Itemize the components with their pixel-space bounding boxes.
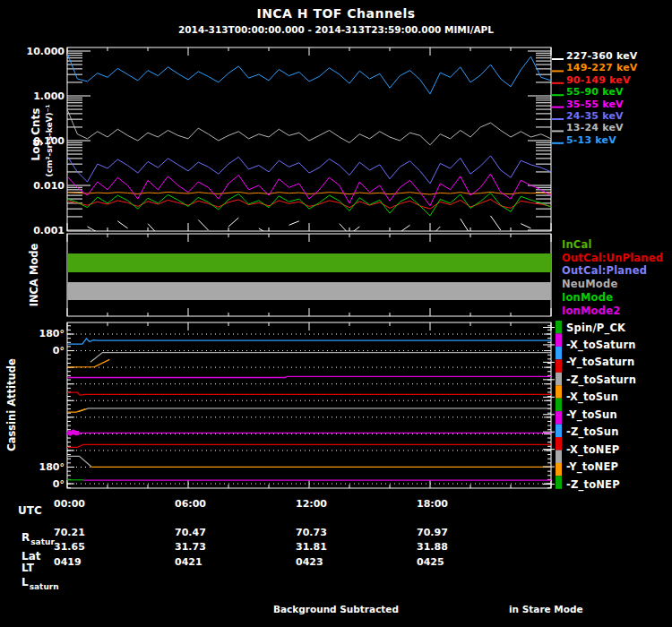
attitude-legend-Spin/P_CK: Spin/P_CK [566,322,625,334]
eph-row-label-L: Lsaturn [22,576,58,588]
eph-LT-val-2: 0423 [296,556,323,568]
eph-row-sublabel-saturn: saturn [30,582,59,591]
tof-legend-149-227 keV: 149-227 keV [566,62,638,73]
tof-legend-227-360 keV: 227-360 keV [566,50,638,62]
attitude-trace--X_toSun [67,392,551,395]
attitude-ytick-2: 180° [4,461,65,473]
tof-trace-5-13keV [67,53,551,94]
inca-tof-figure: INCA H TOF Channels 2014-313T00:00:00.00… [0,0,672,627]
tof-legend-90-149 keV: 90-149 keV [566,73,631,85]
attitude-trace--Z_toSaturn [67,376,551,377]
eph-R-val-2: 70.73 [296,527,327,538]
eph-row-label-Lat: Lat [22,550,40,563]
eph-LT-val-0: 0419 [54,556,82,568]
utc-tick-12:00: 12:00 [296,498,327,510]
attitude-ytick-3: 0° [4,478,65,490]
attitude-traces [67,339,551,480]
tof-legend-13-24 keV: 13-24 keV [566,122,624,133]
mode-legend-NeuMode: NeuMode [562,278,617,290]
attitude-y-axis-title: Cassini Attitude [5,358,18,451]
tof-trace-149-227keV [67,192,551,194]
attitude-ytick-1: 0° [4,345,65,356]
attitude-trace--X_toNEP [67,444,551,447]
attitude-gridlines [67,334,551,484]
utc-row-label: UTC [18,504,42,517]
chart-subtitle: 2014-313T00:00:00.000 - 2014-313T23:59:0… [0,24,672,35]
utc-tick-18:00: 18:00 [417,498,448,510]
eph-LT-val-1: 0421 [175,556,202,568]
attitude-legend--Y_toNEP: -Y_toNEP [566,460,618,473]
attitude-trace-thick--Z_toSun [67,432,80,434]
attitude-legend--Y_toSaturn: -Y_toSaturn [566,356,634,368]
tof-ytick-0.100: 0.100 [4,135,65,147]
eph-row-sublabel-satur: satur [30,537,55,546]
attitude-legend--X_toSun: -X_toSun [566,391,618,403]
eph-Lat-val-2: 31.81 [296,541,327,553]
mode-bar-IonMode [67,253,551,272]
tof-legend-24-35 keV: 24-35 keV [566,110,624,122]
eph-Lat-val-3: 31.88 [417,541,448,553]
tof-ytick-0.001: 0.001 [4,225,65,236]
eph-R-val-3: 70.97 [417,527,448,538]
eph-R-val-1: 70.47 [175,527,206,538]
chart-title: INCA H TOF Channels [0,6,672,21]
tof-series [67,53,551,236]
tof-legend-35-55 keV: 35-55 keV [566,98,624,109]
attitude-legend--Z_toNEP: -Z_toNEP [566,478,620,491]
attitude-trace--X_toSaturn [90,353,551,363]
tof-trace-24-35keV [67,156,551,184]
attitude-trace--Y_toSun [78,408,551,412]
attitude-legend--X_toSaturn: -X_toSaturn [566,339,636,351]
eph-Lat-val-1: 31.73 [175,541,206,553]
attitude-legend--Z_toSaturn: -Z_toSaturn [566,374,636,386]
utc-tick-00:00: 00:00 [54,498,85,510]
tof-trace-13-24keV [67,109,551,145]
tof-ytick-10.000: 10.000 [4,46,65,57]
legend-marks [543,59,564,489]
tof-ytick-1.000: 1.000 [4,90,65,102]
eph-row-label-LT: LT [22,562,34,574]
mode-legend-OutCal:Planed: OutCal:Planed [562,264,647,277]
attitude-legend--Z_toSun: -Z_toSun [566,425,619,438]
mode-legend-OutCal:UnPlaned: OutCal:UnPlaned [562,252,663,264]
eph-row-label-R: Rsatur [22,531,54,544]
attitude-ytick-0: 180° [4,328,65,339]
mode-legend-IonMode: IonMode [562,291,613,304]
tof-trace-35-55keV [67,174,551,206]
tof-trace-90-149keV [67,200,551,210]
attitude-trace--Z_toSun [67,432,551,434]
mode-y-axis-title: INCA Mode [28,244,40,307]
mode-bar-NeuMode [67,282,551,300]
mode-legend-IonMode2: IonMode2 [562,305,620,317]
inca-mode-bars [67,253,551,300]
attitude-legend--Y_toSun: -Y_toSun [566,408,617,421]
attitude-trace-Spin/P_CK [67,339,551,344]
eph-Lat-val-0: 31.65 [54,541,85,553]
eph-LT-val-3: 0425 [417,556,444,568]
tof-ytick-0.010: 0.010 [4,180,65,192]
utc-tick-06:00: 06:00 [175,498,206,510]
plot-page: { "page": { "title": "INCA H TOF Channel… [0,0,672,627]
attitude-trace--Y_toSaturn [67,359,109,367]
attitude-legend--X_toNEP: -X_toNEP [566,443,619,456]
tof-legend-55-90 keV: 55-90 keV [566,86,624,98]
tof-legend-5-13 keV: 5-13 keV [566,133,616,145]
mode-legend-InCal: InCal [562,238,592,251]
footer-note-right: in Stare Mode [509,604,583,614]
eph-R-val-0: 70.21 [54,527,85,538]
attitude-trace--Y_toNEP-start [67,456,91,467]
